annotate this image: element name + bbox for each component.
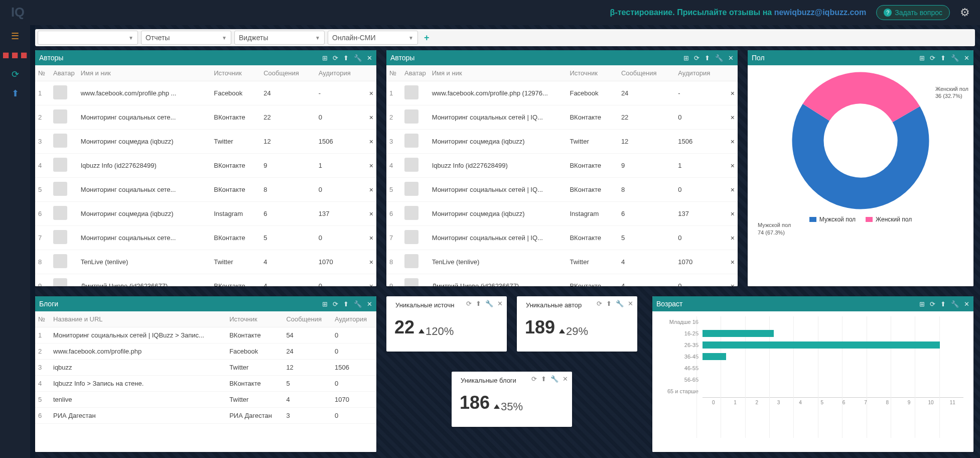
table-row[interactable]: 7Мониторинг социальных сете...ВКонтакте5… xyxy=(35,226,376,250)
export-icon[interactable]: ⬆ xyxy=(476,300,481,307)
add-icon[interactable]: ⊞ xyxy=(683,54,689,62)
dropdown-1[interactable]: ▼ xyxy=(38,31,138,45)
logo[interactable]: IQ xyxy=(10,5,40,21)
avatar xyxy=(404,158,418,172)
export-icon[interactable]: ⬆ xyxy=(940,300,946,308)
remove-row-icon[interactable]: × xyxy=(728,130,738,154)
refresh-icon[interactable]: ⟳ xyxy=(597,300,602,307)
remove-row-icon[interactable]: × xyxy=(728,154,738,178)
refresh-icon[interactable]: ⟳ xyxy=(333,300,338,308)
export-icon[interactable]: ⬆ xyxy=(606,300,612,307)
remove-row-icon[interactable]: × xyxy=(728,226,738,250)
ask-question-button[interactable]: ? Задать вопрос xyxy=(876,5,950,20)
dropdown-online-media[interactable]: Онлайн-СМИ▼ xyxy=(328,31,418,45)
refresh-icon[interactable]: ⟳ xyxy=(333,54,338,62)
remove-row-icon[interactable]: × xyxy=(366,226,376,250)
add-icon[interactable]: ⊞ xyxy=(919,300,925,308)
remove-row-icon[interactable]: × xyxy=(728,250,738,274)
remove-row-icon[interactable]: × xyxy=(366,81,376,105)
table-row[interactable]: 4Iqbuzz Info (id227628499)ВКонтакте91× xyxy=(35,154,376,178)
close-icon[interactable]: ✕ xyxy=(964,300,969,308)
table-row[interactable]: 3iqbuzzTwitter121506 xyxy=(35,360,376,376)
remove-row-icon[interactable]: × xyxy=(728,81,738,105)
remove-row-icon[interactable]: × xyxy=(366,202,376,226)
remove-row-icon[interactable]: × xyxy=(728,202,738,226)
remove-row-icon[interactable]: × xyxy=(366,154,376,178)
table-row[interactable]: 2Мониторинг социальных сетей | IQ...ВКон… xyxy=(386,105,738,130)
table-row[interactable]: 2Мониторинг социальных сете...ВКонтакте2… xyxy=(35,105,376,130)
bar-label: Младше 16 xyxy=(662,319,703,325)
add-tab-button[interactable]: + xyxy=(421,33,433,43)
remove-row-icon[interactable]: × xyxy=(728,105,738,130)
settings-icon[interactable]: 🔧 xyxy=(550,375,558,383)
up-arrow-icon xyxy=(494,404,500,409)
export-icon[interactable]: ⬆ xyxy=(343,54,349,62)
metric-title: Уникальные блоги xyxy=(456,374,521,384)
dropdown-reports[interactable]: Отчеты▼ xyxy=(141,31,231,45)
add-icon[interactable]: ⊞ xyxy=(322,54,328,62)
upload-icon[interactable]: ⬆ xyxy=(10,88,20,98)
table-row[interactable]: 7Мониторинг социальных сетей | IQ...ВКон… xyxy=(386,226,738,250)
table-row[interactable]: 4Iqbuzz Info (id227628499)ВКонтакте91× xyxy=(386,154,738,178)
table-row[interactable]: 1www.facebook.com/profile.php (12976...F… xyxy=(386,81,738,105)
export-icon[interactable]: ⬆ xyxy=(940,54,946,62)
chevron-down-icon: ▼ xyxy=(315,35,320,41)
table-row[interactable]: 9Дмитрий Чирво (id26236677)ВКонтакте40× xyxy=(386,274,738,287)
avatar xyxy=(53,85,67,99)
dropdown-widgets[interactable]: Виджеты▼ xyxy=(234,31,325,45)
settings-icon[interactable]: 🔧 xyxy=(354,54,362,62)
remove-row-icon[interactable]: × xyxy=(366,250,376,274)
refresh-icon[interactable]: ⟳ xyxy=(10,69,20,79)
remove-row-icon[interactable]: × xyxy=(728,178,738,202)
table-row[interactable]: 9Дмитрий Чирво (id26236677)ВКонтакте40× xyxy=(35,274,376,287)
settings-icon[interactable]: 🔧 xyxy=(485,300,493,307)
table-row[interactable]: 3Мониторинг соцмедиа (iqbuzz)Twitter1215… xyxy=(386,130,738,154)
add-icon[interactable]: ⊞ xyxy=(322,300,328,308)
export-icon[interactable]: ⬆ xyxy=(705,54,710,62)
settings-icon[interactable]: 🔧 xyxy=(616,300,624,307)
table-row[interactable]: 1www.facebook.com/profile.php ...Faceboo… xyxy=(35,81,376,105)
close-icon[interactable]: ✕ xyxy=(563,375,568,383)
menu-icon[interactable]: ☰ xyxy=(10,31,20,41)
close-icon[interactable]: ✕ xyxy=(367,54,372,62)
remove-row-icon[interactable]: × xyxy=(366,105,376,130)
close-icon[interactable]: ✕ xyxy=(964,54,969,62)
table-row[interactable]: 2www.facebook.com/profile.phpFacebook240 xyxy=(35,343,376,360)
avatar xyxy=(53,254,67,268)
close-icon[interactable]: ✕ xyxy=(728,54,734,62)
table-row[interactable]: 6Мониторинг соцмедиа (iqbuzz)Instagram61… xyxy=(386,202,738,226)
table-row[interactable]: 8TenLive (tenlive)Twitter41070× xyxy=(35,250,376,274)
refresh-icon[interactable]: ⟳ xyxy=(930,54,935,62)
add-icon[interactable]: ⊞ xyxy=(919,54,925,62)
refresh-icon[interactable]: ⟳ xyxy=(930,300,935,308)
remove-row-icon[interactable]: × xyxy=(366,130,376,154)
close-icon[interactable]: ✕ xyxy=(628,300,633,307)
remove-row-icon[interactable]: × xyxy=(366,178,376,202)
export-icon[interactable]: ⬆ xyxy=(541,375,546,383)
table-row[interactable]: 4Iqbuzz Info > Запись на стене.ВКонтакте… xyxy=(35,376,376,392)
refresh-icon[interactable]: ⟳ xyxy=(531,375,537,383)
table-row[interactable]: 6Мониторинг соцмедиа (iqbuzz)Instagram61… xyxy=(35,202,376,226)
remove-row-icon[interactable]: × xyxy=(728,274,738,287)
refresh-icon[interactable]: ⟳ xyxy=(466,300,472,307)
export-icon[interactable]: ⬆ xyxy=(343,300,349,308)
refresh-icon[interactable]: ⟳ xyxy=(694,54,699,62)
table-row[interactable]: 8TenLive (tenlive)Twitter41070× xyxy=(386,250,738,274)
close-icon[interactable]: ✕ xyxy=(497,300,503,307)
bar-label: 56-65 xyxy=(662,377,703,383)
table-row[interactable]: 5tenliveTwitter41070 xyxy=(35,392,376,408)
table-row[interactable]: 6РИА ДагестанРИА Дагестан30 xyxy=(35,408,376,424)
remove-row-icon[interactable]: × xyxy=(366,274,376,287)
grid-icon[interactable]: ⏹⏹⏹ xyxy=(10,50,20,60)
settings-icon[interactable]: 🔧 xyxy=(951,54,959,62)
close-icon[interactable]: ✕ xyxy=(367,300,372,308)
settings-icon[interactable]: 🔧 xyxy=(951,300,959,308)
settings-icon[interactable]: 🔧 xyxy=(715,54,723,62)
table-row[interactable]: 5Мониторинг социальных сете...ВКонтакте8… xyxy=(35,178,376,202)
table-row[interactable]: 1Мониторинг социальных сетей | IQBuzz > … xyxy=(35,327,376,343)
gear-icon[interactable]: ⚙ xyxy=(960,6,970,19)
table-row[interactable]: 5Мониторинг социальных сетей | IQ...ВКон… xyxy=(386,178,738,202)
settings-icon[interactable]: 🔧 xyxy=(354,300,362,308)
table-row[interactable]: 3Мониторинг соцмедиа (iqbuzz)Twitter1215… xyxy=(35,130,376,154)
beta-email-link[interactable]: newiqbuzz@iqbuzz.com xyxy=(774,8,867,17)
